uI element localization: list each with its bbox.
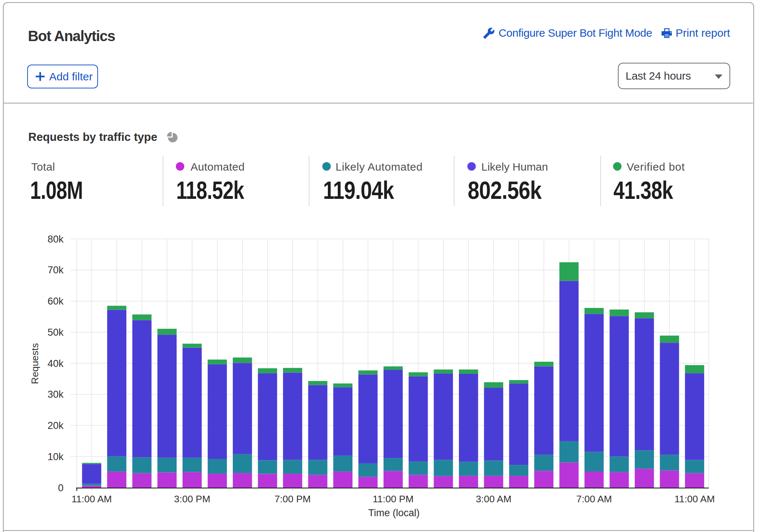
svg-text:7:00 PM: 7:00 PM bbox=[275, 493, 311, 504]
svg-text:20k: 20k bbox=[47, 420, 64, 431]
svg-text:70k: 70k bbox=[47, 265, 64, 276]
svg-text:10k: 10k bbox=[47, 451, 64, 462]
svg-text:11:00 AM: 11:00 AM bbox=[72, 493, 112, 504]
svg-text:7:00 AM: 7:00 AM bbox=[576, 493, 612, 504]
svg-text:50k: 50k bbox=[47, 327, 64, 338]
svg-text:11:00 AM: 11:00 AM bbox=[674, 493, 715, 504]
svg-text:80k: 80k bbox=[47, 234, 64, 245]
svg-text:3:00 PM: 3:00 PM bbox=[174, 493, 210, 504]
svg-text:11:00 PM: 11:00 PM bbox=[373, 493, 413, 504]
svg-text:30k: 30k bbox=[47, 389, 64, 400]
svg-text:3:00 AM: 3:00 AM bbox=[476, 493, 511, 504]
svg-text:60k: 60k bbox=[47, 296, 64, 307]
svg-text:0: 0 bbox=[58, 482, 64, 493]
svg-text:Requests: Requests bbox=[29, 343, 40, 384]
svg-text:40k: 40k bbox=[47, 358, 64, 369]
svg-text:Time (local): Time (local) bbox=[368, 507, 420, 518]
